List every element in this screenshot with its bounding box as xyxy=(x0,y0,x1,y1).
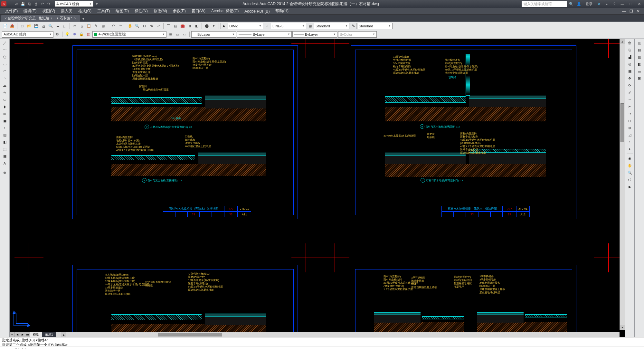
ws-gear-icon[interactable]: ⚙ xyxy=(54,31,61,38)
pline-icon[interactable]: 〰 xyxy=(1,47,8,53)
layer-prev-icon[interactable]: ≣ xyxy=(167,31,174,38)
tab-model[interactable]: 模型 xyxy=(30,332,42,337)
ellipse-icon[interactable]: ⬭ xyxy=(1,96,8,103)
menu-dimension[interactable]: 标注(N) xyxy=(132,8,150,14)
pal-4-icon[interactable]: ◧ xyxy=(636,61,643,67)
circle-icon[interactable]: ○ xyxy=(1,75,8,81)
markup-icon[interactable]: ◧ xyxy=(194,23,200,29)
rect-icon[interactable]: ▭ xyxy=(1,61,8,67)
qat-save-icon[interactable]: 💾 xyxy=(20,1,26,7)
blocks-icon[interactable]: ▦ xyxy=(100,23,106,29)
mtext-icon[interactable]: A xyxy=(1,160,8,166)
layer-color-icon[interactable]: ◫ xyxy=(85,31,92,38)
scrollbar-vertical[interactable]: ▲ ▼ xyxy=(620,39,625,330)
stretch-icon[interactable]: ↔ xyxy=(626,96,633,103)
close-icon[interactable]: ✕ xyxy=(74,16,77,20)
linetype-icon[interactable]: ⟋ xyxy=(264,23,270,29)
pdf-export-icon[interactable]: 📤 xyxy=(9,23,15,29)
qat-more-icon[interactable]: ▾ xyxy=(94,1,100,7)
login-link[interactable]: 登录 xyxy=(585,2,592,6)
zoom-prev-icon[interactable]: ⟲ xyxy=(148,23,155,29)
help-search-input[interactable]: 键入关键字或短语 xyxy=(522,1,567,7)
sheet-icon[interactable]: ▤ xyxy=(172,23,179,29)
qat-new-icon[interactable]: □ xyxy=(7,1,13,7)
zoom-win-icon[interactable]: ⊡ xyxy=(141,23,147,29)
menu-view[interactable]: 视图(V) xyxy=(40,8,58,14)
pal-3-icon[interactable]: ▥ xyxy=(636,54,643,60)
command-expand-icon[interactable]: ▸ xyxy=(1,347,6,349)
pal-5-icon[interactable]: ☰ xyxy=(636,68,643,74)
nav-zoom-icon[interactable]: 🔍 xyxy=(626,169,633,176)
dim-style-icon[interactable]: A xyxy=(221,23,227,29)
drawing-canvas[interactable]: 实木地板(板厚15mm) 12厚多层板(防火涂料三度) 防火砂料三度 30厚水龙… xyxy=(10,39,625,337)
app-share-icon[interactable]: ⟁ xyxy=(603,1,610,7)
copy-icon[interactable]: ⎘ xyxy=(79,23,85,29)
table-style-icon[interactable]: ▦ xyxy=(307,23,313,29)
zoom-icon[interactable]: 🔍 xyxy=(134,23,140,29)
table-icon[interactable]: ▦ xyxy=(1,153,8,159)
table-style-dropdown[interactable]: Standard▼ xyxy=(314,23,349,29)
trim-icon[interactable]: ✂ xyxy=(626,103,633,110)
scroll-up-icon[interactable]: ▲ xyxy=(620,39,625,44)
search-icon[interactable]: 🔍 xyxy=(568,1,574,7)
menu-parametric[interactable]: 参数(P) xyxy=(170,8,188,14)
pdf-icon[interactable]: 📄 xyxy=(2,23,8,29)
menu-acrobat[interactable]: Acrobat 标记(C) xyxy=(209,8,241,14)
user-icon[interactable]: 👤 xyxy=(576,1,582,7)
layer-freeze-icon[interactable]: ❄ xyxy=(71,31,78,38)
mirror-icon[interactable]: ▟ xyxy=(626,54,633,60)
preview-icon[interactable]: 🔍 xyxy=(47,23,54,29)
new-tab-icon[interactable]: ▾ xyxy=(80,16,86,22)
nav-showmotion-icon[interactable]: ▶ xyxy=(626,184,633,190)
gradient-icon[interactable]: ◧ xyxy=(1,139,8,145)
layer-states-icon[interactable]: ☲ xyxy=(174,31,181,38)
ellipse-arc-icon[interactable]: ◗ xyxy=(1,103,8,110)
mdi-minimize-button[interactable]: — xyxy=(621,8,627,14)
line-icon[interactable]: ／ xyxy=(1,40,8,46)
save-icon[interactable]: 💾 xyxy=(33,23,40,29)
hatch-icon[interactable]: ▨ xyxy=(1,132,8,138)
calc-icon[interactable]: 🖩 xyxy=(186,23,193,29)
linetype-dropdown[interactable]: LINE-5▼ xyxy=(271,23,306,29)
arc-icon[interactable]: ◠ xyxy=(1,68,8,74)
offset-icon[interactable]: ◎ xyxy=(626,61,633,67)
publish-icon[interactable]: ☁ xyxy=(54,23,61,29)
tab-first-icon[interactable]: ⏮ xyxy=(10,332,15,337)
text-style-icon[interactable]: ✎ xyxy=(350,23,356,29)
region-icon[interactable]: ⬚ xyxy=(1,146,8,152)
nav-pan-icon[interactable]: ✋ xyxy=(626,162,633,169)
undo-icon[interactable]: ↶ xyxy=(110,23,116,29)
layer-dropdown[interactable]: 4-Wide(立面宽线)▼ xyxy=(92,31,166,38)
match-icon[interactable]: ✎ xyxy=(93,23,99,29)
tab-layout1[interactable]: 布局1 xyxy=(42,332,56,337)
fillet-icon[interactable]: ◜ xyxy=(626,139,633,145)
maximize-button[interactable]: □ xyxy=(627,1,634,7)
menu-modify[interactable]: 修改(M) xyxy=(151,8,170,14)
open-icon[interactable]: 📂 xyxy=(26,23,33,29)
tab-last-icon[interactable]: ⏭ xyxy=(25,332,30,337)
layer-iso-icon[interactable]: ▭ xyxy=(181,31,188,38)
scroll-right-icon[interactable]: ▶ xyxy=(61,332,66,337)
qat-saveas-icon[interactable]: ⎘ xyxy=(26,1,32,7)
menu-format[interactable]: 格式(O) xyxy=(76,8,94,14)
cut-icon[interactable]: ✂ xyxy=(71,23,78,29)
render-icon[interactable]: ⬤ xyxy=(204,23,210,29)
linetype-dropdown-2[interactable]: ByLayer▼ xyxy=(237,31,292,38)
join-icon[interactable]: ⊕ xyxy=(626,125,633,131)
rotate-icon[interactable]: ⟳ xyxy=(626,82,633,89)
properties-icon[interactable]: ☰ xyxy=(165,23,172,29)
menu-adobepdf[interactable]: Adobe PDF(B) xyxy=(242,8,272,14)
pal-1-icon[interactable]: ◫ xyxy=(636,40,643,46)
document-tab[interactable]: 2 金螳螂设计研究总...集汇编（一）石材篇* ✕ xyxy=(1,15,80,22)
copy2-icon[interactable]: ⎘ xyxy=(626,47,633,53)
break-icon[interactable]: ⊟ xyxy=(626,118,633,124)
paste-icon[interactable]: 📋 xyxy=(86,23,92,29)
explode-icon[interactable]: ✦ xyxy=(626,146,633,152)
menu-edit[interactable]: 编辑(E) xyxy=(21,8,39,14)
command-history[interactable]: 指定基点或 [位移(D)] <位移>: 指定第二个点或 <使用第一个点作为位移>… xyxy=(0,337,644,346)
tool-pal-icon[interactable]: 🧰 xyxy=(179,23,186,29)
zoom-ext-icon[interactable]: ⤢ xyxy=(155,23,162,29)
menu-draw[interactable]: 绘图(D) xyxy=(113,8,131,14)
exchange-icon[interactable]: ✕ xyxy=(596,1,602,7)
qat-undo-icon[interactable]: ↶ xyxy=(39,1,45,7)
